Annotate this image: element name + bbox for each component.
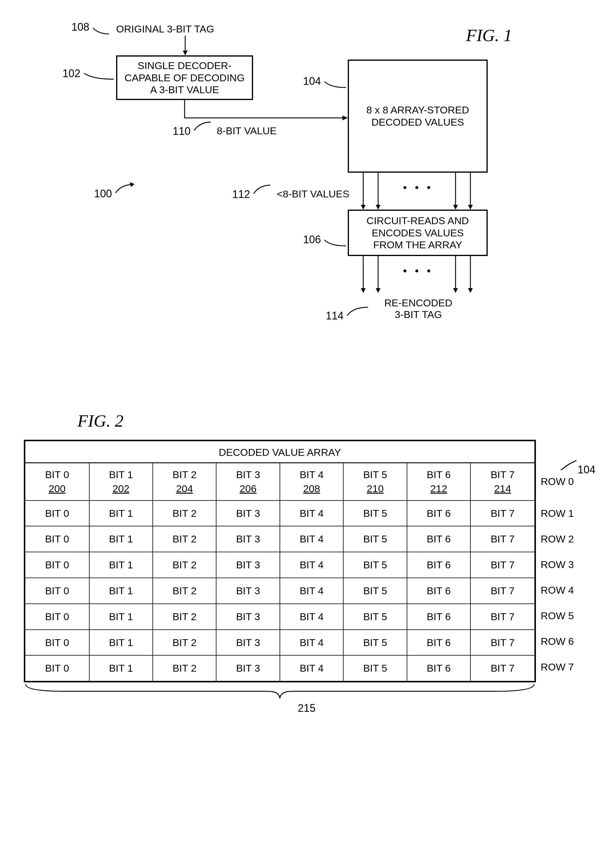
- decoded-value-array-table: DECODED VALUE ARRAY BIT 0200BIT 1202BIT …: [24, 440, 536, 682]
- cell-bit-label: BIT 3: [218, 468, 278, 481]
- table-cell: BIT 5: [343, 500, 407, 526]
- leader-108: [93, 24, 117, 36]
- table-cell: BIT 5: [343, 526, 407, 552]
- ref-110: 110: [173, 125, 190, 138]
- table-cell: BIT 0: [25, 500, 89, 526]
- svg-point-23: [404, 269, 406, 272]
- cell-bit-label: BIT 7: [472, 662, 533, 674]
- table-cell: BIT 2204: [153, 463, 216, 500]
- table-cell: BIT 4: [280, 578, 343, 604]
- svg-marker-1: [183, 50, 187, 55]
- cell-bit-label: BIT 0: [27, 662, 88, 674]
- cell-bit-label: BIT 0: [27, 507, 88, 520]
- box-decoder: SINGLE DECODER- CAPABLE OF DECODING A 3-…: [116, 55, 253, 100]
- cell-bit-label: BIT 5: [345, 662, 405, 674]
- cell-bit-label: BIT 3: [218, 559, 278, 571]
- table-cell: BIT 2: [153, 526, 216, 552]
- table-cell: BIT 5: [343, 552, 407, 578]
- row-label: ROW 1: [541, 500, 574, 526]
- row-label: ROW 7: [541, 654, 574, 680]
- svg-marker-11: [468, 205, 473, 210]
- cell-bit-label: BIT 4: [281, 662, 342, 674]
- ref-102: 102: [63, 67, 80, 80]
- circuit-line3: FROM THE ARRAY: [373, 239, 462, 251]
- table-row: BIT 0200BIT 1202BIT 2204BIT 3206BIT 4208…: [25, 463, 535, 500]
- table-cell: BIT 0: [25, 552, 89, 578]
- cell-bit-label: BIT 2: [154, 662, 215, 674]
- figure-1: FIG. 1 108 ORIGINAL 3-BIT TAG SINGLE DEC…: [24, 18, 589, 375]
- cell-bit-label: BIT 4: [281, 559, 342, 571]
- cell-bit-label: BIT 5: [345, 559, 405, 571]
- table-cell: BIT 7: [470, 578, 535, 604]
- cell-bit-label: BIT 0: [27, 611, 88, 623]
- table-cell: BIT 6: [407, 526, 470, 552]
- table-cell: BIT 2: [153, 604, 216, 630]
- row-label: ROW 4: [541, 577, 574, 603]
- arrows-circuit-out: [351, 256, 485, 295]
- leader-100: [116, 183, 136, 195]
- label-lt8bit: <8-BIT VALUES: [277, 188, 349, 200]
- table-cell: BIT 1202: [89, 463, 153, 500]
- svg-marker-2: [343, 116, 348, 120]
- table-cell: BIT 6: [407, 552, 470, 578]
- table-row: BIT 0BIT 1BIT 2BIT 3BIT 4BIT 5BIT 6BIT 7: [25, 655, 535, 682]
- ref-114: 114: [326, 310, 344, 322]
- cell-bit-label: BIT 2: [154, 611, 215, 623]
- label-8-bit: 8-BIT VALUE: [217, 125, 277, 137]
- cell-ref-label: 200: [27, 482, 88, 495]
- row-label: ROW 2: [541, 526, 574, 551]
- table-cell: BIT 5: [343, 655, 407, 682]
- table-cell: BIT 6212: [407, 463, 470, 500]
- table-cell: BIT 1: [89, 526, 153, 552]
- cell-bit-label: BIT 4: [281, 507, 342, 520]
- cell-bit-label: BIT 3: [218, 636, 278, 649]
- table-cell: BIT 2: [153, 578, 216, 604]
- svg-point-24: [415, 269, 418, 272]
- table-cell: BIT 1: [89, 655, 153, 682]
- table-cell: BIT 3: [216, 630, 280, 655]
- circuit-line1: CIRCUIT-READS AND: [366, 215, 469, 227]
- table-cell: BIT 2: [153, 655, 216, 682]
- leader-106: [325, 236, 348, 248]
- cell-bit-label: BIT 6: [409, 468, 469, 481]
- leader-110: [194, 120, 215, 132]
- table-cell: BIT 6: [407, 655, 470, 682]
- cell-bit-label: BIT 7: [472, 507, 533, 520]
- cell-bit-label: BIT 6: [409, 611, 469, 623]
- cell-bit-label: BIT 6: [409, 636, 469, 649]
- row-label: ROW 5: [541, 603, 574, 628]
- table-cell: BIT 2: [153, 500, 216, 526]
- box-circuit: CIRCUIT-READS AND ENCODES VALUES FROM TH…: [348, 210, 488, 256]
- cell-bit-label: BIT 2: [154, 507, 215, 520]
- table-cell: BIT 4: [280, 604, 343, 630]
- leader-104: [325, 77, 348, 89]
- table-cell: BIT 3: [216, 526, 280, 552]
- cell-ref-label: 206: [218, 482, 278, 495]
- table-cell: BIT 5: [343, 578, 407, 604]
- table-cell: BIT 7: [470, 552, 535, 578]
- ref-104-txt: 104: [578, 463, 596, 476]
- cell-ref-label: 204: [154, 482, 215, 495]
- ref-100: 100: [94, 188, 112, 200]
- cell-bit-label: BIT 5: [345, 585, 405, 597]
- table-cell: BIT 7: [470, 526, 535, 552]
- cell-bit-label: BIT 1: [91, 533, 151, 545]
- table-cell: BIT 3: [216, 552, 280, 578]
- cell-bit-label: BIT 7: [472, 559, 533, 571]
- arrow-into-decoder: [182, 36, 188, 57]
- label-reencoded: RE-ENCODED 3-BIT TAG: [371, 297, 466, 321]
- table-cell: BIT 1: [89, 500, 153, 526]
- table-cell: BIT 3: [216, 604, 280, 630]
- circuit-line2: ENCODES VALUES: [372, 227, 464, 239]
- cell-bit-label: BIT 4: [281, 636, 342, 649]
- table-row: BIT 0BIT 1BIT 2BIT 3BIT 4BIT 5BIT 6BIT 7: [25, 526, 535, 552]
- table-cell: BIT 0: [25, 630, 89, 655]
- cell-bit-label: BIT 6: [409, 559, 469, 571]
- cell-bit-label: BIT 2: [154, 636, 215, 649]
- svg-marker-8: [361, 205, 366, 210]
- table-cell: BIT 7: [470, 655, 535, 682]
- cell-bit-label: BIT 6: [409, 507, 469, 520]
- cell-bit-label: BIT 3: [218, 507, 278, 520]
- table-cell: BIT 3: [216, 500, 280, 526]
- cell-bit-label: BIT 1: [91, 468, 151, 481]
